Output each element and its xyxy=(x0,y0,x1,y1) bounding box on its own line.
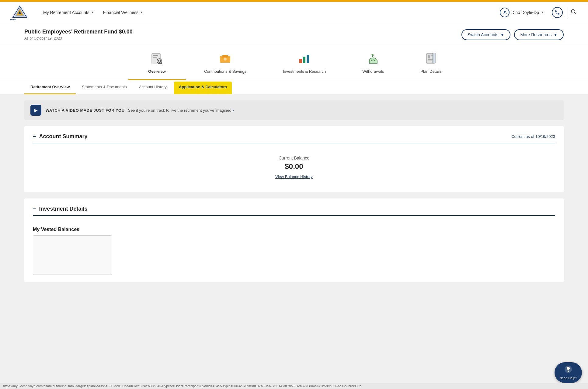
video-title: WATCH A VIDEO MADE JUST FOR YOU xyxy=(46,108,125,113)
svg-rect-28 xyxy=(428,59,433,60)
svg-line-9 xyxy=(575,13,576,14)
tab-overview[interactable]: Overview xyxy=(128,49,186,80)
account-summary-title: Account Summary xyxy=(39,133,88,140)
account-info: Public Employees' Retirement Fund $0.00 … xyxy=(24,29,133,40)
svg-rect-19 xyxy=(221,57,229,58)
sub-tab-statements-documents[interactable]: Statements & Documents xyxy=(76,80,133,94)
view-balance-history-link[interactable]: View Balance History xyxy=(275,174,313,179)
investment-details-collapse-button[interactable]: − xyxy=(33,206,36,212)
investment-details-card: − Investment Details My Vested Balances xyxy=(24,198,564,282)
svg-rect-25 xyxy=(428,55,430,58)
account-title: Public Employees' Retirement Fund $0.00 xyxy=(24,29,133,35)
sub-tab-retirement-overview[interactable]: Retirement Overview xyxy=(24,80,76,94)
user-avatar-icon xyxy=(500,8,510,17)
account-bar: Public Employees' Retirement Fund $0.00 … xyxy=(0,23,588,46)
account-summary-date: Current as of 10/19/2023 xyxy=(511,134,555,139)
switch-accounts-arrow: ▼ xyxy=(500,32,505,37)
tab-investments-research[interactable]: Investments & Research xyxy=(265,49,344,80)
account-buttons: Switch Accounts ▼ More Resources ▼ xyxy=(461,29,564,40)
tab-plan-details[interactable]: Plan Details xyxy=(402,49,460,80)
investment-details-header: − Investment Details xyxy=(33,206,555,216)
svg-point-7 xyxy=(504,11,506,12)
switch-accounts-button[interactable]: Switch Accounts ▼ xyxy=(461,29,511,40)
video-subtitle[interactable]: See if you're on track to live the retir… xyxy=(128,108,234,113)
tab-contributions-label: Contributions & Savings xyxy=(204,69,246,76)
svg-text:INPRS: INPRS xyxy=(10,18,16,20)
account-summary-card: − Account Summary Current as of 10/19/20… xyxy=(24,126,564,192)
video-text: WATCH A VIDEO MADE JUST FOR YOU See if y… xyxy=(46,108,234,113)
svg-point-18 xyxy=(224,58,227,61)
user-name-label: Dino Doyle-Dp xyxy=(511,10,539,15)
url-bar: https://my3.acce.voya.com/esamioutbound/… xyxy=(0,383,588,389)
sub-tab-account-history[interactable]: Account History xyxy=(133,80,173,94)
overview-icon xyxy=(151,52,163,68)
user-menu-button[interactable]: Dino Doyle-Dp ▼ xyxy=(497,6,547,19)
logo: INPRS INDIANA PUBLIC xyxy=(9,4,30,21)
video-chevron: › xyxy=(232,108,234,113)
video-banner: ▶ WATCH A VIDEO MADE JUST FOR YOU See if… xyxy=(24,100,564,120)
svg-rect-22 xyxy=(307,55,309,63)
plan-details-icon xyxy=(425,52,437,68)
svg-rect-11 xyxy=(153,55,158,56)
vested-balances-chart xyxy=(33,235,112,275)
icon-tabs-row: Overview Contributions & Savings Investm… xyxy=(0,46,588,80)
tab-investments-label: Investments & Research xyxy=(283,69,326,76)
search-button[interactable] xyxy=(568,7,579,17)
account-summary-header: − Account Summary Current as of 10/19/20… xyxy=(33,133,555,143)
svg-rect-30 xyxy=(433,53,436,63)
nav-retirement-arrow: ▼ xyxy=(91,11,94,14)
section-title-row: − Account Summary xyxy=(33,133,88,140)
account-balance: $0.00 xyxy=(119,29,133,35)
svg-point-8 xyxy=(571,9,575,13)
svg-point-17 xyxy=(222,55,228,57)
need-help-icon xyxy=(564,365,572,375)
svg-rect-12 xyxy=(153,57,157,58)
svg-line-15 xyxy=(161,63,162,64)
tab-withdrawals-label: Withdrawals xyxy=(362,69,384,76)
current-balance-label: Current Balance xyxy=(33,156,555,160)
sub-tabs-row: Retirement Overview Statements & Documen… xyxy=(0,80,588,94)
nav-financial-wellness[interactable]: Financial Wellness ▼ xyxy=(99,8,147,17)
main-content: ▶ WATCH A VIDEO MADE JUST FOR YOU See if… xyxy=(0,94,588,389)
more-resources-button[interactable]: More Resources ▼ xyxy=(514,29,564,40)
nav-wellness-arrow: ▼ xyxy=(140,11,143,14)
more-resources-arrow: ▼ xyxy=(553,32,558,37)
header: INPRS INDIANA PUBLIC My Retirement Accou… xyxy=(0,2,588,23)
investment-details-title: Investment Details xyxy=(39,206,88,212)
withdrawals-icon: $ xyxy=(367,52,380,68)
need-help-button[interactable]: Need Help? xyxy=(555,362,582,383)
account-date: As of October 19, 2023 xyxy=(24,36,133,40)
video-play-button[interactable]: ▶ xyxy=(30,105,41,116)
tab-overview-label: Overview xyxy=(148,69,166,76)
svg-text:$: $ xyxy=(371,53,374,58)
header-right: Dino Doyle-Dp ▼ xyxy=(497,6,579,19)
contributions-icon xyxy=(219,52,231,68)
phone-button[interactable] xyxy=(552,7,563,18)
svg-rect-32 xyxy=(568,371,569,372)
current-balance-amount: $0.00 xyxy=(33,162,555,171)
investments-icon xyxy=(298,52,311,68)
tab-withdrawals[interactable]: $ Withdrawals xyxy=(344,49,402,80)
user-dropdown-arrow: ▼ xyxy=(541,11,544,14)
balance-center: Current Balance $0.00 View Balance Histo… xyxy=(33,149,555,185)
main-nav: My Retirement Accounts ▼ Financial Welln… xyxy=(40,8,497,17)
tab-plan-details-label: Plan Details xyxy=(420,69,441,76)
svg-rect-20 xyxy=(299,59,302,63)
inprs-logo: INPRS INDIANA PUBLIC xyxy=(9,4,30,21)
need-help-label: Need Help? xyxy=(559,376,577,380)
account-summary-collapse-button[interactable]: − xyxy=(33,133,36,140)
nav-my-retirement-accounts[interactable]: My Retirement Accounts ▼ xyxy=(40,8,98,17)
sub-tab-application-calculators[interactable]: Application & Calculators xyxy=(174,82,232,94)
vested-balances-title: My Vested Balances xyxy=(33,222,555,235)
svg-rect-21 xyxy=(303,57,305,63)
svg-rect-29 xyxy=(428,61,432,61)
tab-contributions-savings[interactable]: Contributions & Savings xyxy=(186,49,265,80)
